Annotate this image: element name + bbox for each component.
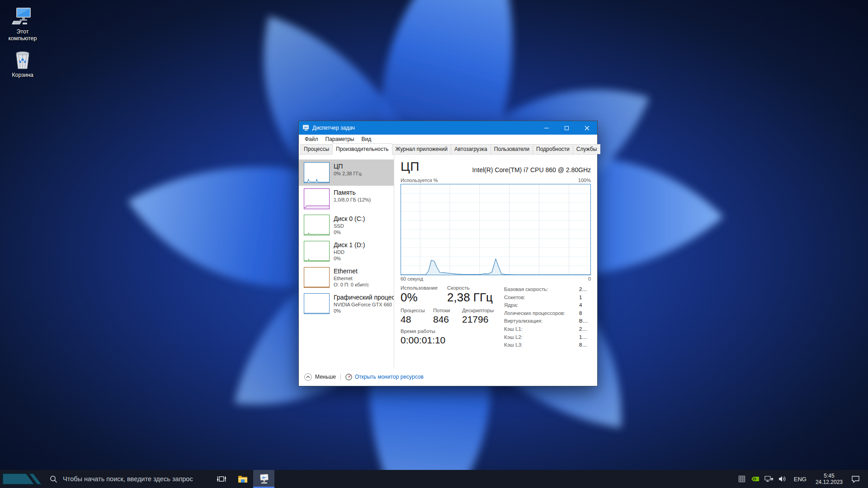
sidebar-item-detail: SSD: [334, 223, 365, 229]
detail-value: 8…: [579, 341, 591, 349]
sidebar-item-cpu[interactable]: ЦП0% 2,38 ГГц: [299, 160, 394, 186]
detail-label: Кэш L3:: [504, 341, 523, 349]
sidebar-item-disk-1[interactable]: Диск 1 (D:)HDD0%: [299, 238, 394, 264]
taskbar-search[interactable]: [43, 470, 211, 488]
taskbar-clock[interactable]: 5:45 24.12.2023: [811, 473, 847, 485]
sidebar-item-text: Диск 0 (C:)SSD0%: [334, 215, 365, 235]
performance-sidebar: ЦП0% 2,38 ГГцПамять1,0/8,0 ГБ (12%)Диск …: [299, 155, 394, 368]
network-tray-button[interactable]: [762, 475, 776, 483]
desktop-icon-label: Этот компьютер: [3, 28, 42, 42]
stat-label: Процессы: [401, 308, 433, 313]
stat-label: Использование: [401, 285, 447, 291]
task-manager-taskbar-button[interactable]: [253, 470, 274, 488]
detail-value: 1: [579, 294, 591, 302]
footer-separator: [340, 374, 341, 380]
start-button[interactable]: [0, 470, 43, 488]
recycle-bin-icon: [13, 49, 33, 70]
stat-value: 48: [401, 313, 433, 325]
sidebar-item-disk-0[interactable]: Диск 0 (C:)SSD0%: [299, 212, 394, 238]
memory-mini-graph: [304, 188, 330, 209]
graph-xmin-label: 60 секунд: [401, 276, 423, 282]
menu-item-options[interactable]: Параметры: [322, 136, 358, 142]
detail-label: Базовая скорость:: [504, 286, 548, 294]
cpu-details-list: Базовая скорость:2…Сокетов:1Ядра:4Логиче…: [504, 286, 591, 349]
detail-value: В…: [579, 317, 591, 325]
clock-date: 24.12.2023: [816, 479, 843, 485]
detail-l2-cache: Кэш L2:1…: [504, 333, 591, 342]
task-manager-window: Диспетчер задач ФайлПараметрыВид Процесс…: [298, 121, 598, 386]
sidebar-item-detail: 0%: [334, 229, 365, 235]
sidebar-item-text: Память1,0/8,0 ГБ (12%): [334, 188, 371, 203]
nvidia-tray-button[interactable]: [749, 476, 762, 482]
desktop-icon-recycle-bin[interactable]: Корзина: [3, 49, 42, 79]
tab-users[interactable]: Пользователи: [491, 144, 533, 154]
notification-icon: [851, 475, 860, 483]
detail-label: Логических процессоров:: [504, 310, 565, 318]
task-view-button[interactable]: [211, 470, 232, 488]
tab-app-history[interactable]: Журнал приложений: [392, 144, 451, 154]
sidebar-item-detail: 0%: [334, 255, 365, 262]
hidden-icons-button[interactable]: [735, 475, 749, 483]
stats-row-0: Использование0%Скорость2,38 ГГц: [401, 285, 504, 305]
stat-value: 0%: [401, 291, 447, 305]
window-titlebar[interactable]: Диспетчер задач: [299, 121, 597, 135]
nvidia-icon: [751, 476, 760, 482]
cpu-panel: ЦП Intel(R) Core(TM) i7 CPU 860 @ 2.80GH…: [394, 155, 597, 368]
resource-monitor-icon: [345, 374, 352, 380]
stat-value: 2,38 ГГц: [447, 291, 493, 305]
sidebar-item-detail: 1,0/8,0 ГБ (12%): [334, 197, 371, 203]
stat-label: Потоки: [433, 308, 462, 313]
start-logo-icon: [0, 470, 43, 488]
gpu-mini-graph: [304, 293, 330, 314]
detail-logical-processors: Логических процессоров:8: [504, 310, 591, 318]
stat-value: 0:00:01:10: [401, 334, 445, 346]
sidebar-item-detail: Ethernet: [334, 275, 369, 282]
tab-performance[interactable]: Производительность: [332, 143, 392, 155]
speaker-icon: [778, 475, 787, 483]
task-manager-app-icon: [302, 124, 310, 131]
action-center-button[interactable]: [847, 475, 863, 483]
sidebar-item-gpu[interactable]: Графический процессорNVIDIA GeForce GTX …: [299, 291, 394, 317]
detail-value: 2…: [579, 286, 591, 294]
disk-0-mini-graph: [304, 215, 330, 235]
tab-details[interactable]: Подробности: [533, 144, 573, 154]
stat-label: Время работы: [401, 328, 445, 334]
stat-uptime: Время работы0:00:01:10: [401, 328, 445, 346]
sidebar-item-name: Диск 0 (C:): [334, 215, 365, 223]
desktop-icon-computer[interactable]: Этот компьютер: [3, 5, 42, 42]
close-button[interactable]: [577, 121, 597, 135]
sidebar-item-ethernet[interactable]: EthernetEthernetО: 0 П: 0 кбит/с: [299, 264, 394, 291]
clock-time: 5:45: [816, 473, 843, 479]
tab-services[interactable]: Службы: [573, 144, 600, 154]
menu-item-file[interactable]: Файл: [301, 136, 322, 142]
sidebar-item-memory[interactable]: Память1,0/8,0 ГБ (12%): [299, 186, 394, 212]
ethernet-mini-graph: [304, 267, 330, 288]
search-input[interactable]: [63, 475, 198, 483]
tab-startup[interactable]: Автозагрузка: [451, 144, 491, 154]
file-explorer-icon: [237, 474, 248, 484]
graph-ylabel: Используется %: [401, 178, 438, 183]
stats-row-1: Процессы48Потоки846Дескрипторы21796: [401, 308, 504, 325]
fewer-details-button[interactable]: Меньше: [304, 373, 336, 381]
window-footer: Меньше Открыть монитор ресурсов: [299, 368, 597, 386]
cpu-panel-title: ЦП: [401, 160, 420, 174]
stat-threads: Потоки846: [433, 308, 462, 325]
maximize-button[interactable]: [557, 121, 577, 135]
cpu-mini-graph: [304, 162, 330, 183]
menu-item-view[interactable]: Вид: [358, 136, 375, 142]
volume-tray-button[interactable]: [776, 475, 789, 483]
menu-bar: ФайлПараметрыВид: [299, 135, 597, 143]
stats-row-2: Время работы0:00:01:10: [401, 328, 504, 346]
minimize-button[interactable]: [536, 121, 557, 135]
detail-virtualization: Виртуализация:В…: [504, 317, 591, 325]
sidebar-item-detail: О: 0 П: 0 кбит/с: [334, 282, 369, 288]
sidebar-item-text: Диск 1 (D:)HDD0%: [334, 241, 365, 262]
graph-xmax-label: 0: [588, 276, 591, 282]
stat-label: Скорость: [447, 285, 493, 291]
file-explorer-button[interactable]: [232, 470, 253, 488]
cpu-usage-graph[interactable]: [401, 184, 591, 275]
tab-processes[interactable]: Процессы: [300, 144, 333, 154]
detail-value: 2…: [579, 325, 591, 333]
language-indicator[interactable]: ENG: [789, 476, 811, 483]
open-resource-monitor-link[interactable]: Открыть монитор ресурсов: [345, 374, 424, 380]
